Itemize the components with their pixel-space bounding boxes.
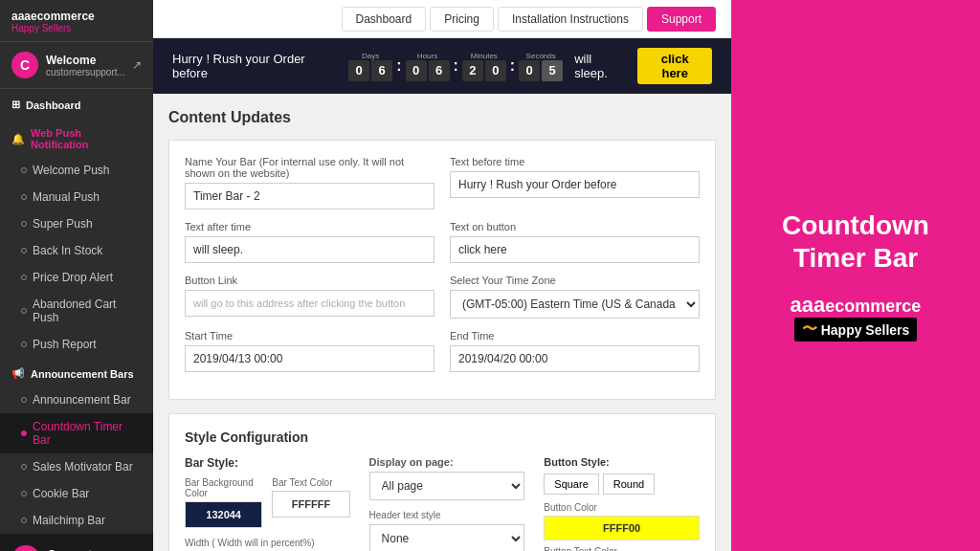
- sidebar-item-sales-motivator[interactable]: Sales Motivator Bar: [0, 453, 153, 480]
- btn-style-title: Button Style:: [544, 456, 700, 468]
- sidebar-item-cookie-bar[interactable]: Cookie Bar: [0, 480, 153, 507]
- grid-icon: ⊞: [11, 99, 20, 111]
- btn-color-label: Button Color: [544, 502, 700, 513]
- dot-icon: [21, 167, 27, 173]
- countdown-banner: Hurry ! Rush your Order before Days 0 6 …: [153, 38, 731, 94]
- end-time-input[interactable]: [450, 345, 700, 372]
- button-link-input[interactable]: [185, 290, 434, 317]
- promo-logo: aaaecommerce 〜 Happy Sellers: [791, 293, 922, 342]
- minutes-digits: 2 0: [462, 60, 506, 81]
- content-updates-form: Name Your Bar (For internal use only. It…: [168, 140, 716, 400]
- dot-icon: [21, 518, 27, 523]
- sidebar-item-dashboard[interactable]: ⊞ Dashboard: [0, 89, 153, 118]
- btn-style-row: Square Round: [544, 474, 700, 495]
- text-on-button-label: Text on button: [450, 221, 700, 232]
- top-nav: Dashboard Pricing Installation Instructi…: [153, 0, 731, 38]
- text-color-box[interactable]: FFFFFF: [272, 491, 349, 518]
- sidebar-support: ♪ Support @aaaecommerce: [0, 534, 153, 551]
- sidebar-item-super-push[interactable]: Super Push: [0, 210, 153, 237]
- sep2: :: [454, 57, 458, 75]
- sidebar-item-welcome-push[interactable]: Welcome Push: [0, 157, 153, 184]
- btn-text-color-label: Button Text Color: [544, 546, 700, 551]
- promo-panel: Countdown Timer Bar aaaecommerce 〜 Happy…: [731, 0, 980, 551]
- square-btn[interactable]: Square: [544, 474, 598, 495]
- start-time-label: Start Time: [185, 330, 434, 342]
- sidebar-item-manual-push[interactable]: Manual Push: [0, 184, 153, 210]
- installation-nav-btn[interactable]: Installation Instructions: [498, 7, 643, 32]
- sidebar-item-price-drop[interactable]: Price Drop Alert: [0, 264, 153, 291]
- button-link-label: Button Link: [185, 275, 434, 286]
- seconds-group: Seconds 0 5: [519, 52, 563, 81]
- bar-style-col: Bar Style: Bar Background Color 132044 B…: [185, 456, 350, 551]
- dashboard-nav-btn[interactable]: Dashboard: [342, 7, 427, 32]
- section-title: Content Updates: [168, 109, 716, 126]
- header-style-label: Header text style: [369, 510, 525, 520]
- minutes-tens: 2: [462, 60, 483, 81]
- sidebar-item-announcement-bar[interactable]: Announcement Bar: [0, 386, 153, 413]
- dot-icon: [21, 342, 27, 347]
- seconds-label: Seconds: [526, 52, 556, 60]
- support-nav-btn[interactable]: Support: [647, 7, 716, 32]
- sidebar-item-mailchimp-bar[interactable]: Mailchimp Bar: [0, 507, 153, 534]
- sidebar-item-push-report[interactable]: Push Report: [0, 331, 153, 358]
- days-group: Days 0 6: [348, 52, 392, 81]
- megaphone-icon: 📢: [11, 367, 25, 380]
- logo-tagline: Happy Sellers: [11, 23, 142, 33]
- sidebar-logo: aaaecommerce Happy Sellers: [0, 0, 153, 42]
- dot-icon: [21, 275, 27, 280]
- timer-boxes: Days 0 6 : Hours 0 6 : Minutes 2 0: [348, 52, 563, 81]
- bell-icon: 🔔: [11, 133, 25, 145]
- display-page-select[interactable]: All page: [369, 472, 525, 500]
- hours-label: Hours: [417, 52, 437, 60]
- promo-title: Countdown Timer Bar: [750, 209, 961, 274]
- sidebar-item-abandoned-cart[interactable]: Abandoned Cart Push: [0, 291, 153, 331]
- click-here-button[interactable]: click here: [637, 48, 712, 84]
- form-row-1: Name Your Bar (For internal use only. It…: [185, 156, 700, 209]
- days-ones: 6: [371, 60, 392, 81]
- name-label: Name Your Bar (For internal use only. It…: [185, 156, 434, 179]
- text-after-time-input[interactable]: [185, 236, 434, 263]
- sidebar-item-web-push[interactable]: 🔔 Web Push Notification: [0, 118, 153, 157]
- dot-icon: [21, 248, 27, 253]
- bg-color-group: Bar Background Color 132044: [185, 477, 262, 528]
- sidebar-item-announcement-bars[interactable]: 📢 Announcement Bars: [0, 358, 153, 386]
- banner-text-before: Hurry ! Rush your Order before: [172, 52, 337, 80]
- text-before-time-group: Text before time: [450, 156, 700, 209]
- logo-brand: aaaecommerce: [11, 10, 142, 23]
- style-grid: Bar Style: Bar Background Color 132044 B…: [185, 456, 700, 551]
- dot-icon: [21, 194, 27, 200]
- round-btn[interactable]: Round: [603, 474, 655, 495]
- header-style-select[interactable]: None: [369, 524, 525, 551]
- banner-text-after: will sleep.: [574, 52, 626, 80]
- promo-brand-suffix: ecommerce: [825, 297, 921, 316]
- end-time-label: End Time: [450, 330, 700, 342]
- name-group: Name Your Bar (For internal use only. It…: [185, 156, 434, 209]
- style-title: Style Configuration: [185, 430, 700, 445]
- page-content: Content Updates Name Your Bar (For inter…: [153, 94, 731, 551]
- text-color-label: Bar Text Color: [272, 477, 349, 488]
- text-on-button-group: Text on button: [450, 221, 700, 263]
- hours-tens: 0: [406, 60, 427, 81]
- text-before-time-input[interactable]: [450, 171, 700, 198]
- timezone-label: Select Your Time Zone: [450, 275, 700, 286]
- style-section: Style Configuration Bar Style: Bar Backg…: [168, 413, 716, 551]
- width-label: Width ( Width will in percent%): [185, 538, 350, 548]
- sep1: :: [396, 57, 401, 75]
- bg-color-box[interactable]: 132044: [185, 501, 262, 528]
- start-time-group: Start Time: [185, 330, 434, 372]
- form-row-2: Text after time Text on button: [185, 221, 700, 263]
- username-label: customersupport...: [46, 67, 132, 77]
- name-input[interactable]: [185, 183, 434, 209]
- external-link-icon[interactable]: ↗: [132, 58, 142, 72]
- sidebar-item-countdown-timer[interactable]: Countdown Timer Bar: [0, 413, 153, 453]
- button-link-group: Button Link: [185, 275, 434, 319]
- dot-icon: [21, 491, 27, 496]
- btn-color-box[interactable]: FFFF00: [544, 516, 700, 540]
- text-on-button-input[interactable]: [450, 236, 700, 263]
- days-label: Days: [362, 52, 379, 60]
- sep3: :: [510, 57, 515, 75]
- timezone-select[interactable]: (GMT-05:00) Eastern Time (US & Canada): [450, 290, 700, 319]
- start-time-input[interactable]: [185, 345, 434, 372]
- pricing-nav-btn[interactable]: Pricing: [430, 7, 494, 32]
- sidebar-item-back-in-stock[interactable]: Back In Stock: [0, 237, 153, 264]
